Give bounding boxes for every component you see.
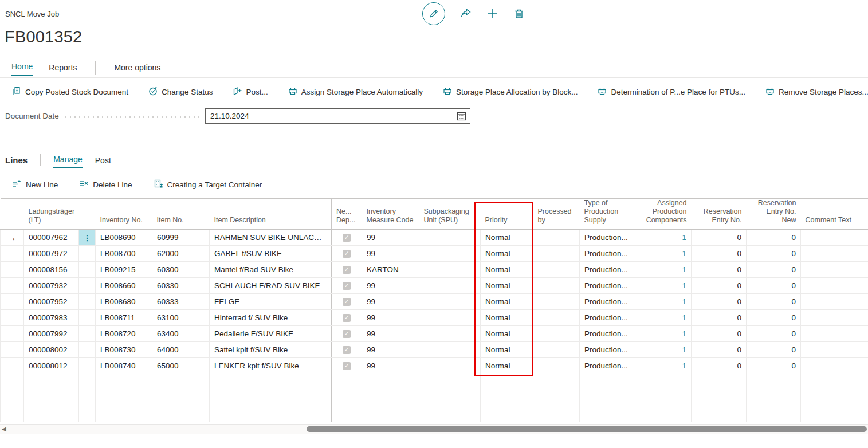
column-header-processed-by[interactable]: Processed by <box>533 199 580 230</box>
cell-empty[interactable] <box>533 374 580 390</box>
cell-empty[interactable] <box>79 390 96 406</box>
cell-item-description[interactable]: Sattel kplt f/SUV Bike <box>210 342 332 358</box>
cell-type-of-production-supply[interactable]: Production... <box>580 246 634 262</box>
cell-item-no[interactable]: 62000 <box>152 246 210 262</box>
cell-comment-text[interactable] <box>801 262 868 278</box>
cell-reservation-entry-no[interactable]: 0 <box>692 262 747 278</box>
cell-priority[interactable]: Normal <box>481 262 533 278</box>
cell-empty[interactable] <box>362 374 419 390</box>
cell-priority[interactable]: Normal <box>481 230 533 246</box>
lines-tab-manage[interactable]: Manage <box>53 155 83 168</box>
cell-empty[interactable] <box>801 406 868 422</box>
cell-reservation-entry-no-new[interactable]: 0 <box>747 326 801 342</box>
cell-row-menu[interactable] <box>79 246 96 262</box>
cell-item-description[interactable]: Pedallerie F/SUV BIKE <box>210 326 332 342</box>
cell-processed-by[interactable] <box>533 358 580 374</box>
cell-item-description[interactable]: LENKER kplt f/SUV Bike <box>210 358 332 374</box>
cell-reservation-entry-no[interactable]: 0 <box>692 342 747 358</box>
cell-lt[interactable]: 000007962 <box>24 230 79 246</box>
cell-checkbox[interactable] <box>332 326 362 342</box>
cell-empty[interactable] <box>210 390 332 406</box>
cell-empty[interactable] <box>747 374 801 390</box>
cell-type-of-production-supply[interactable]: Production... <box>580 326 634 342</box>
cell-checkbox[interactable] <box>332 230 362 246</box>
cell-lt[interactable]: 000008156 <box>24 262 79 278</box>
cell-inventory-no[interactable]: LB008711 <box>96 310 152 326</box>
column-header-checkbox[interactable]: Ne... Dep... <box>332 199 362 230</box>
cell-empty[interactable] <box>332 406 362 422</box>
cell-comment-text[interactable] <box>801 246 868 262</box>
cell-empty[interactable] <box>747 390 801 406</box>
cell-item-no[interactable]: 65000 <box>152 358 210 374</box>
cell-inventory-measure-code[interactable]: KARTON <box>362 262 419 278</box>
cell-empty[interactable] <box>210 406 332 422</box>
column-header-lt[interactable]: Ladungsträger (LT) <box>24 199 79 230</box>
cell-item-no[interactable]: 60300 <box>152 262 210 278</box>
cell-empty[interactable] <box>96 390 152 406</box>
cell-assigned-production-components[interactable]: 1 <box>634 310 692 326</box>
row-options-icon[interactable]: ⋮ <box>83 234 91 242</box>
column-header-reservation-entry-no-new[interactable]: Reservation Entry No. New <box>747 199 801 230</box>
cell-type-of-production-supply[interactable]: Production... <box>580 310 634 326</box>
cell-item-description[interactable]: RAHMEN SUV BIKE UNLACKIE... <box>210 230 332 246</box>
cell-empty[interactable] <box>533 390 580 406</box>
cell-inventory-measure-code[interactable]: 99 <box>362 310 419 326</box>
column-header-reservation-entry-no[interactable]: Reservation Entry No. <box>692 199 747 230</box>
cell-item-no[interactable]: 63100 <box>152 310 210 326</box>
cell-checkbox[interactable] <box>332 278 362 294</box>
cell-empty[interactable] <box>152 390 210 406</box>
edit-icon[interactable] <box>422 2 445 25</box>
document-date-input[interactable] <box>205 108 470 124</box>
cell-reservation-entry-no-new[interactable]: 0 <box>747 358 801 374</box>
cell-empty[interactable] <box>210 374 332 390</box>
cell-reservation-entry-no-new[interactable]: 0 <box>747 278 801 294</box>
cell-type-of-production-supply[interactable]: Production... <box>580 262 634 278</box>
cell-lt[interactable]: 000007932 <box>24 278 79 294</box>
cell-row-menu[interactable] <box>79 262 96 278</box>
cell-empty[interactable] <box>801 390 868 406</box>
cell-assigned-production-components[interactable]: 1 <box>634 246 692 262</box>
cell-priority[interactable]: Normal <box>481 294 533 310</box>
column-header-assigned-production-components[interactable]: Assigned Production Components <box>634 199 692 230</box>
cell-empty[interactable] <box>362 390 419 406</box>
lines-action[interactable]: Creating a Target Container <box>154 179 262 190</box>
toolbar-action[interactable]: Storage Place Allocation by Block... <box>443 87 578 97</box>
lines-action[interactable]: New Line <box>12 179 58 190</box>
cell-empty[interactable] <box>419 406 481 422</box>
cell-processed-by[interactable] <box>533 326 580 342</box>
calendar-icon[interactable] <box>457 111 466 123</box>
tab-home[interactable]: Home <box>11 62 33 76</box>
cell-checkbox[interactable] <box>332 342 362 358</box>
cell-priority[interactable]: Normal <box>481 278 533 294</box>
cell-empty[interactable] <box>152 406 210 422</box>
cell-empty[interactable] <box>580 390 634 406</box>
cell-assigned-production-components[interactable]: 1 <box>634 278 692 294</box>
cell-item-description[interactable]: GABEL f/SUV BIKE <box>210 246 332 262</box>
cell-processed-by[interactable] <box>533 278 580 294</box>
cell-priority[interactable]: Normal <box>481 358 533 374</box>
cell-empty[interactable] <box>24 390 79 406</box>
cell-row-menu[interactable] <box>79 294 96 310</box>
cell-comment-text[interactable] <box>801 230 868 246</box>
cell-inventory-measure-code[interactable]: 99 <box>362 246 419 262</box>
cell-spu[interactable] <box>419 294 481 310</box>
cell-inventory-measure-code[interactable]: 99 <box>362 294 419 310</box>
column-header-spu[interactable]: Subpackaging Unit (SPU) <box>419 199 481 230</box>
cell-empty[interactable] <box>1 406 24 422</box>
cell-empty[interactable] <box>580 374 634 390</box>
cell-empty[interactable] <box>79 374 96 390</box>
cell-empty[interactable] <box>24 406 79 422</box>
cell-inventory-no[interactable]: LB008660 <box>96 278 152 294</box>
cell-item-description[interactable]: Hinterrad f/ SUV Bike <box>210 310 332 326</box>
cell-assigned-production-components[interactable]: 1 <box>634 342 692 358</box>
toolbar-action[interactable]: Determination of P...e Place for PTUs... <box>598 87 745 97</box>
cell-inventory-no[interactable]: LB008730 <box>96 342 152 358</box>
cell-empty[interactable] <box>332 390 362 406</box>
toolbar-action[interactable]: Change Status <box>148 87 213 97</box>
cell-spu[interactable] <box>419 246 481 262</box>
cell-empty[interactable] <box>362 406 419 422</box>
column-header-comment-text[interactable]: Comment Text <box>801 199 868 230</box>
cell-lt[interactable]: 000007983 <box>24 310 79 326</box>
cell-empty[interactable] <box>580 406 634 422</box>
cell-item-description[interactable]: FELGE <box>210 294 332 310</box>
